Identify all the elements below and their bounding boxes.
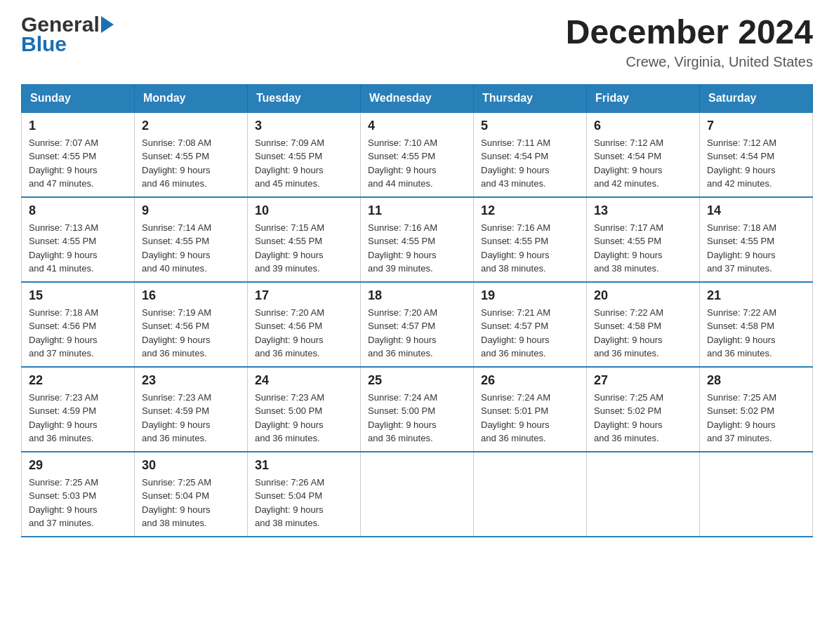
day-number: 5: [481, 119, 579, 133]
day-number: 7: [707, 119, 805, 133]
day-info: Sunrise: 7:10 AM Sunset: 4:55 PM Dayligh…: [368, 136, 466, 191]
calendar-header-saturday: Saturday: [700, 84, 813, 112]
calendar-cell: 21 Sunrise: 7:22 AM Sunset: 4:58 PM Dayl…: [700, 282, 813, 367]
calendar-header-friday: Friday: [587, 84, 700, 112]
day-number: 25: [368, 373, 466, 388]
calendar-cell: 11 Sunrise: 7:16 AM Sunset: 4:55 PM Dayl…: [361, 197, 474, 282]
calendar-week-row: 29 Sunrise: 7:25 AM Sunset: 5:03 PM Dayl…: [22, 452, 813, 537]
calendar-cell: 20 Sunrise: 7:22 AM Sunset: 4:58 PM Dayl…: [587, 282, 700, 367]
day-info: Sunrise: 7:19 AM Sunset: 4:56 PM Dayligh…: [142, 306, 240, 361]
calendar-week-row: 8 Sunrise: 7:13 AM Sunset: 4:55 PM Dayli…: [22, 197, 813, 282]
calendar-cell: 25 Sunrise: 7:24 AM Sunset: 5:00 PM Dayl…: [361, 367, 474, 452]
calendar-cell: 19 Sunrise: 7:21 AM Sunset: 4:57 PM Dayl…: [474, 282, 587, 367]
day-info: Sunrise: 7:17 AM Sunset: 4:55 PM Dayligh…: [594, 221, 692, 276]
day-number: 15: [29, 288, 127, 303]
logo-blue-text: Blue: [21, 34, 67, 55]
calendar-cell: 12 Sunrise: 7:16 AM Sunset: 4:55 PM Dayl…: [474, 197, 587, 282]
day-number: 31: [255, 458, 353, 473]
day-info: Sunrise: 7:23 AM Sunset: 4:59 PM Dayligh…: [142, 391, 240, 445]
day-number: 8: [29, 203, 127, 218]
day-info: Sunrise: 7:13 AM Sunset: 4:55 PM Dayligh…: [29, 221, 127, 276]
day-info: Sunrise: 7:14 AM Sunset: 4:55 PM Dayligh…: [142, 221, 240, 276]
day-number: 13: [594, 203, 692, 218]
day-info: Sunrise: 7:21 AM Sunset: 4:57 PM Dayligh…: [481, 306, 579, 361]
day-number: 1: [29, 119, 127, 133]
day-info: Sunrise: 7:25 AM Sunset: 5:03 PM Dayligh…: [29, 476, 127, 530]
calendar-title: December 2024: [566, 14, 813, 51]
day-info: Sunrise: 7:23 AM Sunset: 4:59 PM Dayligh…: [29, 391, 127, 445]
day-number: 6: [594, 119, 692, 133]
calendar-cell: [587, 452, 700, 537]
page-header: General Blue December 2024 Crewe, Virgin…: [21, 14, 813, 70]
calendar-header-monday: Monday: [135, 84, 248, 112]
calendar-cell: 3 Sunrise: 7:09 AM Sunset: 4:55 PM Dayli…: [248, 112, 361, 197]
day-number: 29: [29, 458, 127, 473]
calendar-header-row: SundayMondayTuesdayWednesdayThursdayFrid…: [22, 84, 813, 112]
day-number: 17: [255, 288, 353, 303]
day-info: Sunrise: 7:24 AM Sunset: 5:00 PM Dayligh…: [368, 391, 466, 445]
calendar-cell: 24 Sunrise: 7:23 AM Sunset: 5:00 PM Dayl…: [248, 367, 361, 452]
calendar-cell: 2 Sunrise: 7:08 AM Sunset: 4:55 PM Dayli…: [135, 112, 248, 197]
calendar-week-row: 1 Sunrise: 7:07 AM Sunset: 4:55 PM Dayli…: [22, 112, 813, 197]
calendar-cell: 18 Sunrise: 7:20 AM Sunset: 4:57 PM Dayl…: [361, 282, 474, 367]
day-number: 11: [368, 203, 466, 218]
calendar-cell: 5 Sunrise: 7:11 AM Sunset: 4:54 PM Dayli…: [474, 112, 587, 197]
day-info: Sunrise: 7:12 AM Sunset: 4:54 PM Dayligh…: [594, 136, 692, 191]
day-info: Sunrise: 7:08 AM Sunset: 4:55 PM Dayligh…: [142, 136, 240, 191]
day-number: 21: [707, 288, 805, 303]
day-number: 19: [481, 288, 579, 303]
day-info: Sunrise: 7:25 AM Sunset: 5:02 PM Dayligh…: [594, 391, 692, 445]
calendar-subtitle: Crewe, Virginia, United States: [566, 54, 813, 70]
calendar-header-thursday: Thursday: [474, 84, 587, 112]
calendar-cell: 30 Sunrise: 7:25 AM Sunset: 5:04 PM Dayl…: [135, 452, 248, 537]
day-info: Sunrise: 7:24 AM Sunset: 5:01 PM Dayligh…: [481, 391, 579, 445]
day-number: 14: [707, 203, 805, 218]
day-info: Sunrise: 7:20 AM Sunset: 4:56 PM Dayligh…: [255, 306, 353, 361]
calendar-header-wednesday: Wednesday: [361, 84, 474, 112]
day-number: 28: [707, 373, 805, 388]
calendar-cell: 6 Sunrise: 7:12 AM Sunset: 4:54 PM Dayli…: [587, 112, 700, 197]
day-info: Sunrise: 7:22 AM Sunset: 4:58 PM Dayligh…: [594, 306, 692, 361]
day-info: Sunrise: 7:15 AM Sunset: 4:55 PM Dayligh…: [255, 221, 353, 276]
day-number: 16: [142, 288, 240, 303]
calendar-cell: [361, 452, 474, 537]
calendar-table: SundayMondayTuesdayWednesdayThursdayFrid…: [21, 84, 813, 537]
calendar-cell: 27 Sunrise: 7:25 AM Sunset: 5:02 PM Dayl…: [587, 367, 700, 452]
day-info: Sunrise: 7:18 AM Sunset: 4:55 PM Dayligh…: [707, 221, 805, 276]
calendar-cell: [474, 452, 587, 537]
day-info: Sunrise: 7:25 AM Sunset: 5:04 PM Dayligh…: [142, 476, 240, 530]
calendar-cell: 23 Sunrise: 7:23 AM Sunset: 4:59 PM Dayl…: [135, 367, 248, 452]
day-info: Sunrise: 7:16 AM Sunset: 4:55 PM Dayligh…: [368, 221, 466, 276]
day-number: 23: [142, 373, 240, 388]
day-info: Sunrise: 7:26 AM Sunset: 5:04 PM Dayligh…: [255, 476, 353, 530]
day-info: Sunrise: 7:07 AM Sunset: 4:55 PM Dayligh…: [29, 136, 127, 191]
calendar-cell: 29 Sunrise: 7:25 AM Sunset: 5:03 PM Dayl…: [22, 452, 135, 537]
day-info: Sunrise: 7:11 AM Sunset: 4:54 PM Dayligh…: [481, 136, 579, 191]
calendar-cell: 22 Sunrise: 7:23 AM Sunset: 4:59 PM Dayl…: [22, 367, 135, 452]
day-number: 2: [142, 119, 240, 133]
calendar-cell: 13 Sunrise: 7:17 AM Sunset: 4:55 PM Dayl…: [587, 197, 700, 282]
calendar-week-row: 22 Sunrise: 7:23 AM Sunset: 4:59 PM Dayl…: [22, 367, 813, 452]
day-info: Sunrise: 7:20 AM Sunset: 4:57 PM Dayligh…: [368, 306, 466, 361]
day-number: 27: [594, 373, 692, 388]
day-number: 26: [481, 373, 579, 388]
day-number: 18: [368, 288, 466, 303]
day-info: Sunrise: 7:16 AM Sunset: 4:55 PM Dayligh…: [481, 221, 579, 276]
day-number: 9: [142, 203, 240, 218]
calendar-cell: 7 Sunrise: 7:12 AM Sunset: 4:54 PM Dayli…: [700, 112, 813, 197]
day-info: Sunrise: 7:09 AM Sunset: 4:55 PM Dayligh…: [255, 136, 353, 191]
day-number: 30: [142, 458, 240, 473]
calendar-cell: 8 Sunrise: 7:13 AM Sunset: 4:55 PM Dayli…: [22, 197, 135, 282]
day-info: Sunrise: 7:12 AM Sunset: 4:54 PM Dayligh…: [707, 136, 805, 191]
calendar-cell: 4 Sunrise: 7:10 AM Sunset: 4:55 PM Dayli…: [361, 112, 474, 197]
calendar-cell: 17 Sunrise: 7:20 AM Sunset: 4:56 PM Dayl…: [248, 282, 361, 367]
day-number: 3: [255, 119, 353, 133]
day-info: Sunrise: 7:18 AM Sunset: 4:56 PM Dayligh…: [29, 306, 127, 361]
day-info: Sunrise: 7:23 AM Sunset: 5:00 PM Dayligh…: [255, 391, 353, 445]
calendar-cell: 14 Sunrise: 7:18 AM Sunset: 4:55 PM Dayl…: [700, 197, 813, 282]
calendar-cell: 1 Sunrise: 7:07 AM Sunset: 4:55 PM Dayli…: [22, 112, 135, 197]
calendar-cell: [700, 452, 813, 537]
day-number: 12: [481, 203, 579, 218]
calendar-cell: 26 Sunrise: 7:24 AM Sunset: 5:01 PM Dayl…: [474, 367, 587, 452]
title-section: December 2024 Crewe, Virginia, United St…: [566, 14, 813, 70]
